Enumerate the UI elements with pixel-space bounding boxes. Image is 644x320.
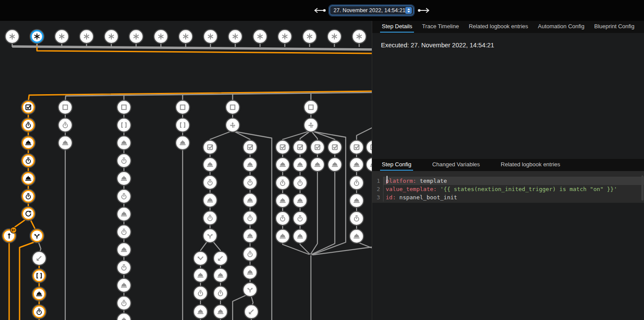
timer-node[interactable]	[214, 286, 227, 300]
call-split-node[interactable]	[30, 229, 44, 243]
timer-node[interactable]	[21, 154, 35, 168]
tab-blueprint-config[interactable]: Blueprint Config	[592, 21, 636, 33]
asterisk-node[interactable]	[5, 30, 19, 43]
dome-node[interactable]	[194, 305, 207, 319]
timer-node[interactable]	[350, 211, 364, 225]
brackets-node[interactable]	[117, 118, 131, 132]
repeat-node[interactable]	[21, 207, 35, 221]
choose-node[interactable]	[304, 118, 318, 132]
asterisk-node[interactable]	[179, 30, 193, 43]
asterisk-node[interactable]	[104, 30, 118, 43]
checkbox-node[interactable]	[276, 140, 290, 154]
dome-node[interactable]	[350, 229, 364, 243]
square-node[interactable]	[58, 100, 72, 114]
dome-node[interactable]	[117, 207, 131, 221]
tab-step-details[interactable]: Step Details	[380, 21, 414, 33]
timer-node[interactable]	[21, 189, 35, 203]
dome-node[interactable]	[203, 158, 217, 172]
asterisk-node[interactable]	[327, 30, 341, 43]
square-node[interactable]	[117, 100, 131, 114]
dome-node[interactable]	[276, 229, 290, 243]
dome-node[interactable]	[117, 136, 131, 150]
timer-node[interactable]	[21, 118, 35, 132]
square-node[interactable]	[176, 100, 190, 114]
dome-node[interactable]	[243, 158, 257, 172]
dome-node[interactable]	[243, 193, 257, 207]
timer-node[interactable]	[203, 175, 217, 189]
dome-node[interactable]	[117, 278, 131, 292]
timer-node[interactable]	[243, 247, 257, 261]
code-line[interactable]: 2value_template: '{{ states(nextion_init…	[372, 185, 644, 193]
tab-config-related-logbook-entries[interactable]: Related logbook entries	[499, 159, 562, 171]
timer-node[interactable]	[117, 225, 131, 239]
previous-run-button[interactable]	[313, 6, 327, 15]
timer-node[interactable]	[243, 211, 257, 225]
arrow-bottom-left-node[interactable]	[244, 305, 258, 319]
checkbox-node[interactable]	[328, 140, 342, 154]
step-config-code-editor[interactable]: 1platform: template2value_template: '{{ …	[372, 171, 644, 203]
square-node[interactable]	[304, 100, 318, 114]
code-scrollbar[interactable]	[641, 175, 644, 201]
checkbox-node[interactable]	[350, 140, 364, 154]
arrow-up-node[interactable]: 9+	[2, 227, 17, 243]
dome-node[interactable]	[243, 229, 257, 243]
dome-node[interactable]	[243, 265, 257, 279]
timer-node[interactable]	[117, 261, 131, 274]
asterisk-node[interactable]	[303, 30, 317, 43]
call-missed-node[interactable]	[194, 251, 207, 265]
dome-node[interactable]	[21, 172, 35, 185]
checkbox-node[interactable]	[243, 140, 257, 154]
asterisk-node[interactable]	[278, 30, 292, 43]
asterisk-node[interactable]	[154, 30, 168, 43]
timer-node[interactable]	[350, 176, 364, 190]
asterisk-node[interactable]	[55, 30, 69, 43]
timer-node[interactable]	[117, 189, 131, 203]
square-node[interactable]	[226, 100, 240, 114]
dome-node[interactable]	[194, 268, 207, 282]
dome-node[interactable]	[276, 158, 290, 172]
dome-node[interactable]	[310, 158, 324, 172]
timer-node[interactable]	[293, 211, 307, 225]
dome-node[interactable]	[328, 158, 342, 172]
asterisk-node[interactable]	[80, 30, 93, 43]
choose-node[interactable]	[226, 118, 240, 132]
dome-node[interactable]	[293, 158, 307, 172]
dome-node[interactable]	[276, 194, 290, 208]
dome-node[interactable]	[293, 194, 307, 208]
timer-node[interactable]	[243, 175, 257, 189]
trace-run-select[interactable]: 27. November 2022, 14:54:21	[330, 6, 414, 15]
dome-node[interactable]	[32, 287, 46, 301]
code-line[interactable]: 3id: nspanel_boot_init	[372, 193, 644, 201]
dome-node[interactable]	[203, 193, 217, 207]
dome-node[interactable]	[117, 243, 131, 257]
tab-automation-config[interactable]: Automation Config	[536, 21, 586, 33]
dome-node[interactable]	[293, 229, 307, 243]
dome-node[interactable]	[117, 172, 131, 185]
checkbox-node[interactable]	[21, 100, 35, 114]
asterisk-node[interactable]	[253, 30, 267, 43]
call-split-node[interactable]	[203, 229, 217, 243]
tab-step-config[interactable]: Step Config	[380, 159, 413, 171]
tab-trace-timeline[interactable]: Trace Timeline	[420, 21, 461, 33]
timer-node[interactable]	[293, 176, 307, 190]
timer-node[interactable]	[203, 211, 217, 225]
dome-node[interactable]	[21, 136, 35, 150]
asterisk-node[interactable]	[30, 30, 44, 43]
tab-changed-variables[interactable]: Changed Variables	[430, 159, 482, 171]
asterisk-node[interactable]	[204, 30, 217, 43]
brackets-node[interactable]	[32, 269, 46, 283]
checkbox-node[interactable]	[310, 140, 324, 154]
checkbox-node[interactable]	[203, 140, 217, 154]
dome-node[interactable]	[350, 158, 364, 172]
timer-node[interactable]	[117, 154, 131, 168]
next-run-button[interactable]	[417, 6, 430, 15]
dome-node[interactable]	[366, 158, 372, 172]
timer-node[interactable]	[117, 296, 131, 310]
tab-related-logbook-entries[interactable]: Related logbook entries	[467, 21, 530, 33]
asterisk-node[interactable]	[352, 30, 366, 43]
checkbox-node[interactable]	[293, 140, 307, 154]
arrow-bottom-left-node[interactable]	[214, 251, 227, 265]
timer-node[interactable]	[276, 211, 290, 225]
timer-node[interactable]	[194, 286, 207, 300]
dome-node[interactable]	[58, 136, 72, 150]
